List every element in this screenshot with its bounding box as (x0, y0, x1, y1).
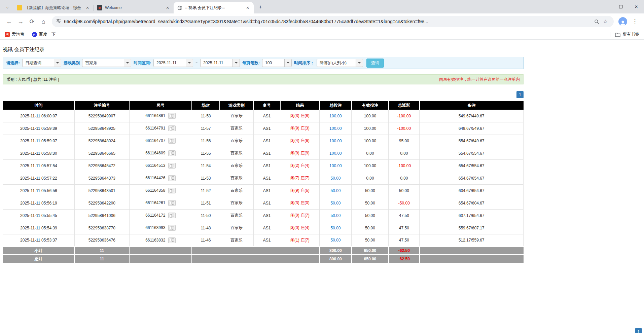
forward-icon[interactable]: → (15, 16, 26, 27)
payout-cell: 47.50 (389, 209, 420, 222)
date-query-select[interactable]: 日期查询 (22, 59, 61, 67)
total-bet-cell[interactable]: 100.00 (320, 147, 352, 159)
total-payout: -62.50 (389, 255, 420, 263)
round-id: 661164791 (145, 126, 165, 131)
round-detail-icon[interactable] (168, 138, 176, 144)
payout-cell: 0.00 (389, 172, 420, 184)
total-bet-cell[interactable]: 100.00 (320, 122, 352, 135)
date-to-select[interactable]: 2025-11-11 (200, 59, 240, 67)
summary-bar: 币别 : 人民币 | 总共 :11 注单 | 同局有效投注，统一计算在该局第一张… (3, 74, 524, 84)
bookmark-baidu[interactable]: 百 百度一下 (32, 32, 56, 37)
round-cell: 661164791 (129, 122, 192, 135)
round-detail-icon[interactable] (168, 175, 176, 181)
tab-close-icon[interactable]: ✕ (85, 5, 90, 10)
round-cell: 661164513 (129, 159, 192, 172)
total-bet-cell[interactable]: 50.00 (320, 184, 352, 197)
table-row: 2025-11-11 05:55:45522958641006661164172… (3, 209, 524, 222)
total-bet-cell[interactable]: 50.00 (320, 197, 352, 209)
total-bet-cell[interactable]: 50.00 (320, 172, 352, 184)
chevron-down-icon[interactable] (124, 59, 131, 67)
bookmark-star-icon[interactable]: ☆ (601, 17, 610, 26)
valid-bet-cell: 50.00 (352, 234, 389, 247)
player-result: 闲(3) (290, 113, 299, 118)
bookmark-label: 爱淘宝 (12, 32, 25, 37)
round-detail-icon[interactable] (168, 200, 176, 206)
browser-tab-welcome[interactable]: Welcome ✕ (94, 2, 174, 13)
home-icon[interactable]: ⌂ (38, 16, 49, 27)
note-cell: 654.67/604.67 (420, 197, 524, 209)
bet-id-cell: 522958636476 (74, 234, 129, 247)
chevron-down-icon[interactable] (356, 59, 363, 67)
profile-avatar[interactable] (618, 17, 627, 26)
round-detail-icon[interactable] (168, 188, 176, 193)
window-maximize-button[interactable] (613, 0, 629, 13)
chevron-down-icon[interactable] (186, 59, 193, 67)
tab-strip: ⌄ 【新提醒】海燕策略论坛 - 综合 ✕ Welcome ✕ :::视讯 会员下… (0, 0, 644, 13)
note-cell: 654.67/554.67 (420, 159, 524, 172)
round-detail-icon[interactable] (168, 237, 176, 243)
bookmark-taobao[interactable]: 淘 爱淘宝 (5, 32, 25, 37)
round-detail-icon[interactable] (168, 213, 176, 218)
table-row: 2025-11-11 05:56:19522958642200661164261… (3, 197, 524, 209)
bet-id-cell: 522958646665 (74, 147, 129, 159)
round-id: 661164513 (145, 163, 165, 168)
player-result: 闲(9) (290, 188, 299, 193)
payout-cell: 95.00 (389, 135, 420, 147)
round-cell: 661164707 (129, 135, 192, 147)
valid-bet-cell: 100.00 (352, 135, 389, 147)
tab-title: :::视讯 会员下注纪录::: (185, 5, 243, 11)
tab-close-icon[interactable]: ✕ (165, 5, 170, 10)
total-bet-cell[interactable]: 50.00 (320, 234, 352, 247)
session-cell: 11-53 (192, 172, 220, 184)
banker-result: 庄(4) (300, 225, 310, 230)
valid-bet-cell: 0.00 (352, 172, 389, 184)
new-tab-button[interactable]: + (256, 2, 265, 12)
browser-menu-icon[interactable]: ⋮ (629, 16, 641, 27)
bottom-pagination-page-1-button[interactable]: 1 (635, 328, 642, 333)
browser-tab-bet-record[interactable]: :::视讯 会员下注纪录::: ✕ (174, 2, 254, 13)
chevron-down-icon[interactable] (54, 59, 61, 67)
window-minimize-button[interactable]: — (598, 0, 613, 13)
total-bet-cell[interactable]: 50.00 (320, 209, 352, 222)
round-detail-icon[interactable] (168, 113, 176, 119)
total-bet-cell[interactable]: 100.00 (320, 135, 352, 147)
site-settings-icon[interactable] (56, 18, 61, 25)
note-cell: 649.67/549.67 (420, 122, 524, 135)
search-button[interactable]: 查询 (366, 59, 384, 68)
round-detail-icon[interactable] (168, 225, 176, 231)
pagination-page-1-button[interactable]: 1 (516, 91, 524, 98)
window-close-button[interactable]: ✕ (629, 0, 644, 13)
player-result: 闲(4) (290, 138, 299, 143)
back-icon[interactable]: ← (3, 16, 15, 27)
all-bookmarks-button[interactable]: 所有书签 (615, 32, 639, 37)
game-type-select[interactable]: 百家乐 (82, 59, 131, 67)
chevron-down-icon[interactable] (284, 59, 291, 67)
banker-result: 庄(9) (300, 151, 310, 155)
zoom-icon[interactable] (592, 17, 601, 26)
browser-tab-forum[interactable]: 【新提醒】海燕策略论坛 - 综合 ✕ (13, 2, 94, 13)
reload-icon[interactable]: ⟳ (26, 16, 38, 27)
total-empty (420, 255, 524, 263)
valid-bet-cell: 100.00 (352, 110, 389, 122)
game-type-cell: 百家乐 (220, 135, 253, 147)
header-round-id: 局号 (129, 101, 192, 110)
address-bar[interactable]: 66cxkj98.com/ipl/portal.php/game/betreco… (52, 16, 614, 27)
chevron-down-icon[interactable] (232, 59, 240, 67)
session-cell: 11-56 (192, 135, 220, 147)
round-detail-icon[interactable] (168, 150, 176, 156)
round-detail-icon[interactable] (168, 125, 176, 131)
header-valid-bet: 有效投注 (352, 101, 389, 110)
date-from-select[interactable]: 2025-11-11 (153, 59, 193, 67)
total-bet-cell[interactable]: 100.00 (320, 159, 352, 172)
bookmark-label: 百度一下 (39, 32, 56, 37)
total-bet-cell[interactable]: 100.00 (320, 110, 352, 122)
url-text[interactable]: 66cxkj98.com/ipl/portal.php/game/betreco… (64, 19, 592, 24)
tab-search-icon[interactable]: ⌄ (3, 2, 12, 12)
sort-select[interactable]: 降幕(由大到小) (317, 59, 363, 67)
banker-result: 庄(7) (300, 238, 310, 243)
round-detail-icon[interactable] (168, 163, 176, 169)
table-row: 2025-11-11 05:53:37522958636476661163832… (3, 234, 524, 247)
page-size-select[interactable]: 100 (262, 59, 292, 67)
total-bet-cell[interactable]: 50.00 (320, 222, 352, 234)
tab-close-icon[interactable]: ✕ (245, 5, 250, 10)
